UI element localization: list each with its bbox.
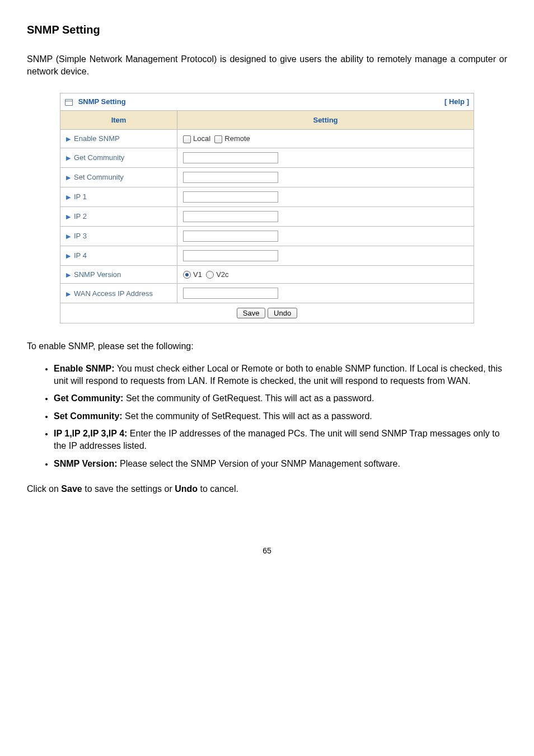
bullet-strong: Enable SNMP: — [54, 364, 114, 373]
label-text: Enable SNMP — [74, 134, 120, 143]
row-label-ip1: ▶IP 1 — [60, 187, 177, 206]
help-link[interactable]: [ Help ] — [444, 97, 469, 107]
checkbox-local[interactable] — [183, 135, 191, 143]
label-text: Set Community — [74, 173, 124, 181]
undo-button[interactable]: Undo — [268, 308, 297, 318]
radio-v1-label: V1 — [193, 270, 202, 279]
arrow-icon: ▶ — [66, 271, 71, 278]
closing-save-strong: Save — [61, 484, 82, 494]
closing-mid: to save the settings or — [82, 484, 175, 494]
radio-v2c-label: V2c — [216, 270, 228, 279]
arrow-icon: ▶ — [66, 154, 71, 161]
bullet-strong: Get Community: — [54, 393, 123, 403]
row-label-ip3: ▶IP 3 — [60, 226, 177, 246]
label-text: SNMP Version — [74, 270, 121, 279]
instructions-list: Enable SNMP: You must check either Local… — [27, 363, 507, 469]
bullet-text: Set the community of SetRequest. This wi… — [123, 411, 372, 421]
ip3-input[interactable] — [183, 231, 278, 242]
row-setting-enable-snmp: Local Remote — [177, 130, 474, 148]
arrow-icon: ▶ — [66, 290, 71, 297]
ip4-input[interactable] — [183, 250, 278, 261]
save-button[interactable]: Save — [237, 308, 266, 318]
label-text: Get Community — [74, 153, 124, 162]
closing-pre: Click on — [27, 484, 61, 494]
arrow-icon: ▶ — [66, 135, 71, 142]
row-setting-ip4 — [177, 246, 474, 265]
arrow-icon: ▶ — [66, 213, 71, 220]
bullet-text: Please select the SNMP Version of your S… — [118, 459, 400, 468]
radio-v1[interactable] — [183, 271, 191, 279]
list-item: Enable SNMP: You must check either Local… — [54, 363, 507, 387]
arrow-icon: ▶ — [66, 233, 71, 240]
checkbox-remote-label: Remote — [224, 134, 250, 143]
row-label-ip2: ▶IP 2 — [60, 206, 177, 226]
bullet-strong: Set Community: — [54, 411, 123, 421]
set-community-input[interactable] — [183, 172, 278, 183]
row-setting-ip2 — [177, 206, 474, 226]
list-item: SNMP Version: Please select the SNMP Ver… — [54, 458, 507, 470]
row-label-ip4: ▶IP 4 — [60, 246, 177, 265]
bullet-text: Set the community of GetRequest. This wi… — [123, 393, 374, 403]
page-number: 65 — [27, 546, 507, 556]
row-label-get-community: ▶Get Community — [60, 148, 177, 167]
instructions-lead: To enable SNMP, please set the following… — [27, 340, 507, 353]
column-header-setting: Setting — [177, 110, 474, 130]
button-row: Save Undo — [60, 303, 474, 323]
row-setting-wan-access — [177, 284, 474, 303]
list-item: Get Community: Set the community of GetR… — [54, 392, 507, 405]
ip1-input[interactable] — [183, 191, 278, 203]
closing-post: to cancel. — [198, 484, 238, 494]
row-label-wan-access: ▶WAN Access IP Address — [60, 284, 177, 303]
wan-access-ip-input[interactable] — [183, 288, 278, 299]
ip2-input[interactable] — [183, 211, 278, 222]
label-text: IP 4 — [74, 251, 87, 260]
row-setting-ip3 — [177, 226, 474, 246]
intro-paragraph: SNMP (Simple Network Management Protocol… — [27, 53, 507, 77]
checkbox-local-label: Local — [193, 134, 210, 143]
bullet-strong: SNMP Version: — [54, 459, 118, 468]
row-setting-set-community — [177, 167, 474, 187]
row-label-snmp-version: ▶SNMP Version — [60, 265, 177, 284]
closing-paragraph: Click on Save to save the settings or Un… — [27, 483, 507, 495]
list-item: Set Community: Set the community of SetR… — [54, 410, 507, 422]
bullet-text: You must check either Local or Remote or… — [54, 364, 502, 386]
row-label-enable-snmp: ▶Enable SNMP — [60, 130, 177, 148]
closing-undo-strong: Undo — [175, 484, 198, 494]
window-icon — [65, 99, 73, 106]
panel-title: SNMP Setting — [78, 97, 126, 106]
arrow-icon: ▶ — [66, 252, 71, 259]
row-setting-snmp-version: V1 V2c — [177, 265, 474, 284]
label-text: IP 2 — [74, 212, 87, 220]
snmp-settings-table: SNMP Setting [ Help ] Item Setting ▶Enab… — [60, 93, 474, 323]
label-text: IP 1 — [74, 192, 87, 201]
snmp-settings-panel: SNMP Setting [ Help ] Item Setting ▶Enab… — [60, 93, 474, 323]
arrow-icon: ▶ — [66, 194, 71, 200]
panel-header-cell: SNMP Setting [ Help ] — [60, 93, 474, 111]
column-header-item: Item — [60, 110, 177, 130]
label-text: IP 3 — [74, 232, 87, 240]
list-item: IP 1,IP 2,IP 3,IP 4: Enter the IP addres… — [54, 428, 507, 452]
bullet-strong: IP 1,IP 2,IP 3,IP 4: — [54, 429, 127, 438]
row-setting-get-community — [177, 148, 474, 167]
checkbox-remote[interactable] — [214, 135, 222, 143]
arrow-icon: ▶ — [66, 174, 71, 181]
radio-v2c[interactable] — [206, 271, 214, 279]
label-text: WAN Access IP Address — [74, 289, 153, 298]
get-community-input[interactable] — [183, 152, 278, 163]
row-setting-ip1 — [177, 187, 474, 206]
row-label-set-community: ▶Set Community — [60, 167, 177, 187]
page-title: SNMP Setting — [27, 22, 507, 37]
